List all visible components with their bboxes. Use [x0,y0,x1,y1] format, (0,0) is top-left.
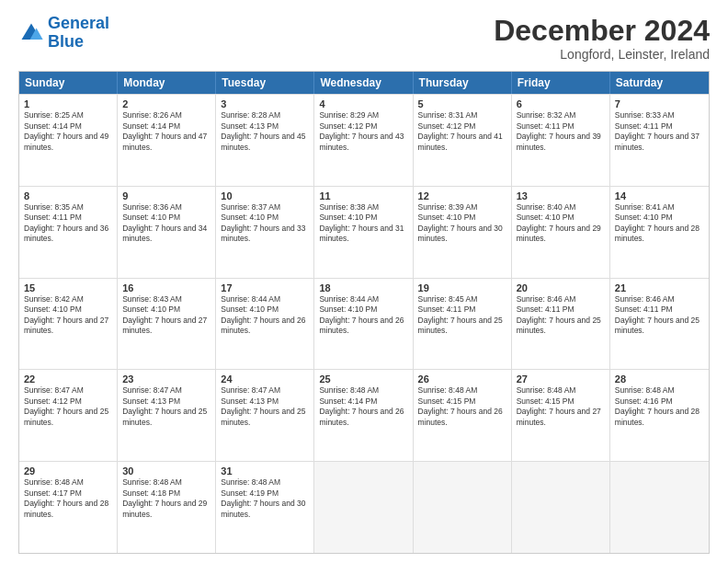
cell-info: Sunrise: 8:41 AM Sunset: 4:10 PM Dayligh… [615,202,704,245]
calendar-cell: 6Sunrise: 8:32 AM Sunset: 4:11 PM Daylig… [512,95,610,186]
calendar-cell: 27Sunrise: 8:48 AM Sunset: 4:15 PM Dayli… [512,370,610,461]
cell-info: Sunrise: 8:37 AM Sunset: 4:10 PM Dayligh… [221,202,309,245]
cell-info: Sunrise: 8:45 AM Sunset: 4:11 PM Dayligh… [418,294,506,337]
cell-info: Sunrise: 8:43 AM Sunset: 4:10 PM Dayligh… [122,294,210,337]
day-number: 23 [122,373,210,385]
cell-info: Sunrise: 8:48 AM Sunset: 4:19 PM Dayligh… [221,477,309,520]
calendar-cell: 25Sunrise: 8:48 AM Sunset: 4:14 PM Dayli… [314,370,413,461]
calendar-cell: 18Sunrise: 8:44 AM Sunset: 4:10 PM Dayli… [314,279,413,370]
cell-info: Sunrise: 8:40 AM Sunset: 4:10 PM Dayligh… [517,202,605,245]
cell-info: Sunrise: 8:48 AM Sunset: 4:15 PM Dayligh… [418,385,506,428]
weekday-header: Wednesday [314,72,413,94]
cell-info: Sunrise: 8:26 AM Sunset: 4:14 PM Dayligh… [122,110,210,153]
day-number: 6 [517,98,605,109]
weekday-header: Monday [118,72,216,94]
day-number: 18 [319,282,407,293]
day-number: 31 [221,465,309,477]
day-number: 21 [615,282,704,293]
day-number: 20 [517,282,605,293]
calendar-cell: 20Sunrise: 8:46 AM Sunset: 4:11 PM Dayli… [512,279,610,370]
cell-info: Sunrise: 8:42 AM Sunset: 4:10 PM Dayligh… [24,294,112,337]
calendar-cell: 15Sunrise: 8:42 AM Sunset: 4:10 PM Dayli… [19,279,118,370]
calendar-cell: 29Sunrise: 8:48 AM Sunset: 4:17 PM Dayli… [19,462,118,553]
calendar-cell: 3Sunrise: 8:28 AM Sunset: 4:13 PM Daylig… [216,95,314,186]
day-number: 1 [24,98,112,109]
day-number: 16 [122,282,210,293]
calendar-cell: 17Sunrise: 8:44 AM Sunset: 4:10 PM Dayli… [216,279,314,370]
location: Longford, Leinster, Ireland [494,47,710,62]
weekday-header: Saturday [610,72,709,94]
calendar-cell [610,462,709,553]
calendar-cell: 12Sunrise: 8:39 AM Sunset: 4:10 PM Dayli… [414,187,512,278]
logo-line1: General [48,14,109,32]
header: General Blue December 2024 Longford, Lei… [18,15,710,62]
calendar-cell: 2Sunrise: 8:26 AM Sunset: 4:14 PM Daylig… [118,95,216,186]
title-section: December 2024 Longford, Leinster, Irelan… [494,15,710,62]
cell-info: Sunrise: 8:48 AM Sunset: 4:16 PM Dayligh… [615,385,704,428]
weekday-header: Tuesday [216,72,314,94]
cell-info: Sunrise: 8:38 AM Sunset: 4:10 PM Dayligh… [319,202,407,245]
month-title: December 2024 [494,15,710,47]
calendar-header: SundayMondayTuesdayWednesdayThursdayFrid… [19,72,709,94]
cell-info: Sunrise: 8:48 AM Sunset: 4:18 PM Dayligh… [122,477,210,520]
logo: General Blue [18,15,109,52]
day-number: 13 [517,190,605,201]
cell-info: Sunrise: 8:44 AM Sunset: 4:10 PM Dayligh… [221,294,309,337]
calendar-cell: 24Sunrise: 8:47 AM Sunset: 4:13 PM Dayli… [216,370,314,461]
page: General Blue December 2024 Longford, Lei… [0,0,728,563]
cell-info: Sunrise: 8:29 AM Sunset: 4:12 PM Dayligh… [319,110,407,153]
day-number: 28 [615,373,704,385]
day-number: 5 [418,98,506,109]
calendar-cell: 7Sunrise: 8:33 AM Sunset: 4:11 PM Daylig… [610,95,709,186]
day-number: 11 [319,190,407,201]
cell-info: Sunrise: 8:25 AM Sunset: 4:14 PM Dayligh… [24,110,112,153]
cell-info: Sunrise: 8:48 AM Sunset: 4:14 PM Dayligh… [319,385,407,428]
calendar-cell [314,462,413,553]
day-number: 8 [24,190,112,201]
day-number: 27 [517,373,605,385]
calendar-cell: 10Sunrise: 8:37 AM Sunset: 4:10 PM Dayli… [216,187,314,278]
day-number: 30 [122,465,210,477]
cell-info: Sunrise: 8:35 AM Sunset: 4:11 PM Dayligh… [24,202,112,245]
calendar-cell: 8Sunrise: 8:35 AM Sunset: 4:11 PM Daylig… [19,187,118,278]
logo-line2: Blue [48,32,84,51]
cell-info: Sunrise: 8:39 AM Sunset: 4:10 PM Dayligh… [418,202,506,245]
day-number: 2 [122,98,210,109]
day-number: 12 [418,190,506,201]
calendar-cell [414,462,512,553]
calendar-cell: 4Sunrise: 8:29 AM Sunset: 4:12 PM Daylig… [314,95,413,186]
calendar-row: 1Sunrise: 8:25 AM Sunset: 4:14 PM Daylig… [19,94,709,186]
calendar-cell: 21Sunrise: 8:46 AM Sunset: 4:11 PM Dayli… [610,279,709,370]
cell-info: Sunrise: 8:48 AM Sunset: 4:15 PM Dayligh… [517,385,605,428]
day-number: 3 [221,98,309,109]
cell-info: Sunrise: 8:33 AM Sunset: 4:11 PM Dayligh… [615,110,704,153]
calendar-cell: 11Sunrise: 8:38 AM Sunset: 4:10 PM Dayli… [314,187,413,278]
day-number: 19 [418,282,506,293]
calendar-body: 1Sunrise: 8:25 AM Sunset: 4:14 PM Daylig… [19,94,709,553]
day-number: 4 [319,98,407,109]
calendar-cell: 5Sunrise: 8:31 AM Sunset: 4:12 PM Daylig… [414,95,512,186]
weekday-header: Friday [512,72,610,94]
cell-info: Sunrise: 8:47 AM Sunset: 4:13 PM Dayligh… [122,385,210,428]
calendar-cell: 13Sunrise: 8:40 AM Sunset: 4:10 PM Dayli… [512,187,610,278]
logo-text: General Blue [48,15,109,52]
cell-info: Sunrise: 8:28 AM Sunset: 4:13 PM Dayligh… [221,110,309,153]
calendar-cell: 31Sunrise: 8:48 AM Sunset: 4:19 PM Dayli… [216,462,314,553]
calendar-cell: 26Sunrise: 8:48 AM Sunset: 4:15 PM Dayli… [414,370,512,461]
calendar-cell: 19Sunrise: 8:45 AM Sunset: 4:11 PM Dayli… [414,279,512,370]
calendar-row: 29Sunrise: 8:48 AM Sunset: 4:17 PM Dayli… [19,461,709,553]
calendar-row: 15Sunrise: 8:42 AM Sunset: 4:10 PM Dayli… [19,278,709,370]
cell-info: Sunrise: 8:47 AM Sunset: 4:13 PM Dayligh… [221,385,309,428]
cell-info: Sunrise: 8:36 AM Sunset: 4:10 PM Dayligh… [122,202,210,245]
day-number: 26 [418,373,506,385]
cell-info: Sunrise: 8:44 AM Sunset: 4:10 PM Dayligh… [319,294,407,337]
cell-info: Sunrise: 8:32 AM Sunset: 4:11 PM Dayligh… [517,110,605,153]
cell-info: Sunrise: 8:46 AM Sunset: 4:11 PM Dayligh… [517,294,605,337]
cell-info: Sunrise: 8:47 AM Sunset: 4:12 PM Dayligh… [24,385,112,428]
calendar: SundayMondayTuesdayWednesdayThursdayFrid… [18,71,710,554]
weekday-header: Sunday [19,72,118,94]
calendar-cell: 23Sunrise: 8:47 AM Sunset: 4:13 PM Dayli… [118,370,216,461]
calendar-cell: 14Sunrise: 8:41 AM Sunset: 4:10 PM Dayli… [610,187,709,278]
day-number: 24 [221,373,309,385]
calendar-row: 8Sunrise: 8:35 AM Sunset: 4:11 PM Daylig… [19,186,709,278]
